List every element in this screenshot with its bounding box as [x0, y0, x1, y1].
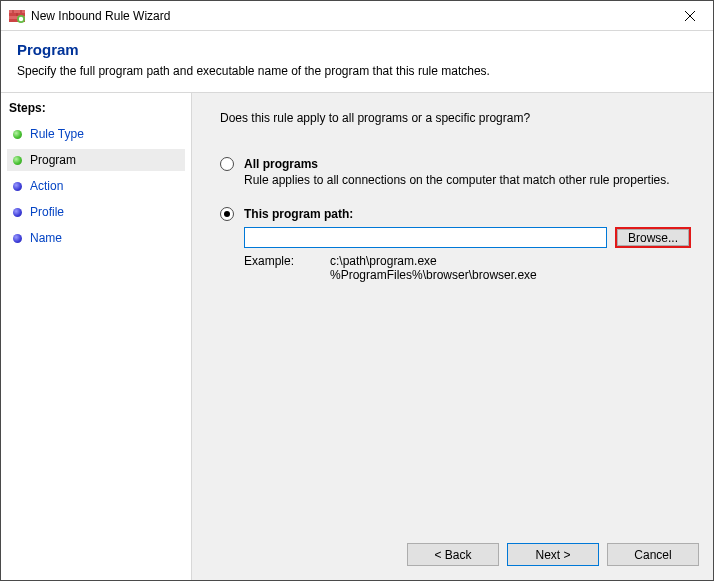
body: Steps: Rule Type Program Action Profile …: [1, 93, 713, 580]
cancel-button[interactable]: Cancel: [607, 543, 699, 566]
radio-all-programs[interactable]: All programs: [220, 157, 691, 171]
svg-point-7: [19, 16, 23, 20]
steps-sidebar: Steps: Rule Type Program Action Profile …: [1, 93, 191, 580]
radio-this-program[interactable]: This program path:: [220, 207, 691, 221]
step-bullet-icon: [13, 156, 22, 165]
step-bullet-icon: [13, 234, 22, 243]
program-path-input[interactable]: [244, 227, 607, 248]
option-label: All programs: [244, 157, 318, 171]
step-label: Rule Type: [30, 127, 84, 141]
step-label: Action: [30, 179, 63, 193]
step-bullet-icon: [13, 130, 22, 139]
page-subtitle: Specify the full program path and execut…: [17, 64, 697, 78]
firewall-icon: [9, 8, 25, 24]
option-all-programs: All programs Rule applies to all connect…: [220, 157, 691, 187]
steps-heading: Steps:: [9, 101, 185, 115]
wizard-window: New Inbound Rule Wizard Program Specify …: [0, 0, 714, 581]
step-rule-type[interactable]: Rule Type: [7, 123, 185, 145]
example-paths: c:\path\program.exe %ProgramFiles%\brows…: [330, 254, 537, 282]
page-title: Program: [17, 41, 697, 58]
window-title: New Inbound Rule Wizard: [31, 9, 667, 23]
option-description: Rule applies to all connections on the c…: [244, 173, 691, 187]
svg-rect-1: [9, 10, 25, 13]
option-this-program: This program path: Browse... Example: c:…: [220, 207, 691, 282]
close-icon: [685, 11, 695, 21]
page-header: Program Specify the full program path an…: [1, 31, 713, 92]
step-label: Profile: [30, 205, 64, 219]
radio-icon: [220, 157, 234, 171]
example-label: Example:: [244, 254, 302, 282]
browse-button[interactable]: Browse...: [615, 227, 691, 248]
step-label: Name: [30, 231, 62, 245]
step-bullet-icon: [13, 208, 22, 217]
question-text: Does this rule apply to all programs or …: [220, 111, 691, 125]
content-pane: Does this rule apply to all programs or …: [192, 93, 713, 580]
step-program[interactable]: Program: [7, 149, 185, 171]
option-label: This program path:: [244, 207, 353, 221]
step-action[interactable]: Action: [7, 175, 185, 197]
step-bullet-icon: [13, 182, 22, 191]
close-button[interactable]: [667, 1, 713, 31]
step-label: Program: [30, 153, 76, 167]
titlebar: New Inbound Rule Wizard: [1, 1, 713, 31]
step-profile[interactable]: Profile: [7, 201, 185, 223]
example-block: Example: c:\path\program.exe %ProgramFil…: [244, 254, 691, 282]
radio-icon: [220, 207, 234, 221]
wizard-footer: < Back Next > Cancel: [407, 543, 699, 566]
step-name[interactable]: Name: [7, 227, 185, 249]
next-button[interactable]: Next >: [507, 543, 599, 566]
back-button[interactable]: < Back: [407, 543, 499, 566]
